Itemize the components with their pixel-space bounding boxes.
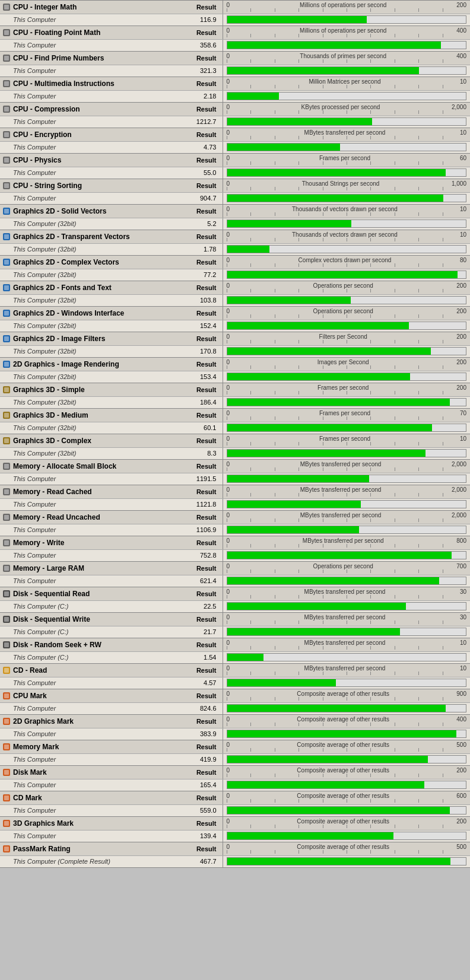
chart-label: Frames per second bbox=[230, 435, 460, 442]
benchmark-title: Memory - Allocate Small Block bbox=[13, 462, 116, 470]
result-value: 139.4 bbox=[200, 832, 220, 839]
chart-label: Complex vectors drawn per second bbox=[230, 257, 460, 263]
tick-line bbox=[227, 59, 467, 63]
bar-container bbox=[227, 679, 467, 687]
benchmark-header-mark-cpu: CPU Mark Result 0 Composite average of o… bbox=[0, 689, 470, 703]
tick-line bbox=[227, 161, 467, 165]
tick-line bbox=[227, 8, 467, 12]
chart-label-area: 0 MBytes transferred per second 10 bbox=[227, 665, 467, 672]
benchmark-title: Graphics 2D - Complex Vectors bbox=[13, 258, 119, 266]
bar-container bbox=[227, 653, 467, 661]
svg-rect-45 bbox=[4, 566, 9, 571]
bar-container bbox=[227, 41, 467, 49]
computer-name: This Computer bbox=[13, 781, 56, 788]
bar-container bbox=[227, 755, 467, 763]
tick-line bbox=[227, 621, 467, 624]
svg-rect-51 bbox=[4, 642, 9, 647]
benchmark-row-mark-3d: This Computer 139.4 bbox=[0, 831, 470, 842]
cd-icon bbox=[2, 666, 11, 674]
result-value: 153.4 bbox=[200, 373, 220, 380]
computer-name: This Computer bbox=[13, 93, 56, 100]
result-label: Result bbox=[196, 437, 220, 444]
computer-name: This Computer (32bit) bbox=[13, 424, 76, 431]
result-label: Result bbox=[196, 667, 220, 674]
gfx2d-icon bbox=[2, 360, 11, 368]
tick-line bbox=[227, 467, 467, 471]
mem-icon bbox=[2, 539, 11, 547]
tick-line bbox=[227, 110, 467, 114]
benchmark-row-mark-cpu: This Computer 824.6 bbox=[0, 703, 470, 715]
gfx2d-icon bbox=[2, 233, 11, 241]
chart-label: MBytes transferred per second bbox=[230, 588, 460, 595]
benchmark-row-cd-read: This Computer 4.57 bbox=[0, 677, 470, 689]
computer-name: This Computer bbox=[13, 832, 56, 839]
bar-container bbox=[227, 347, 467, 355]
benchmark-row-g2d-imgrender: This Computer (32bit) 153.4 bbox=[0, 371, 470, 383]
benchmark-title: 2D Graphics Mark bbox=[13, 717, 74, 726]
gfx2d-icon bbox=[2, 284, 11, 292]
benchmark-title: CPU - Encryption bbox=[13, 131, 72, 139]
chart-label-area: 0 Frames per second 10 bbox=[227, 435, 467, 442]
bar-fill bbox=[227, 526, 360, 533]
result-label: Result bbox=[196, 335, 220, 342]
benchmark-row-cpu-prime: This Computer 321.3 bbox=[0, 65, 470, 77]
result-label: Result bbox=[196, 463, 220, 470]
max-label: 200 bbox=[456, 359, 466, 365]
tick-line bbox=[227, 774, 467, 777]
svg-rect-37 bbox=[4, 464, 9, 469]
svg-rect-41 bbox=[4, 515, 9, 520]
svg-rect-65 bbox=[4, 821, 9, 826]
computer-name: This Computer (32bit) bbox=[13, 246, 76, 253]
benchmark-row-disk-random: This Computer (C:) 1.54 bbox=[0, 652, 470, 664]
result-label: Result bbox=[196, 29, 220, 36]
benchmark-row-g2d-fonts: This Computer (32bit) 103.8 bbox=[0, 295, 470, 307]
chart-label-area: 0 Frames per second 200 bbox=[227, 384, 467, 391]
bar-fill bbox=[227, 552, 452, 559]
chart-label: Frames per second bbox=[230, 384, 456, 391]
benchmark-header-mark-2d: 2D Graphics Mark Result 0 Composite aver… bbox=[0, 715, 470, 728]
chart-label-area: 0 Operations per second 700 bbox=[227, 563, 467, 569]
bar-container bbox=[227, 500, 467, 508]
cpu-icon bbox=[2, 182, 11, 190]
tick-line bbox=[227, 723, 467, 726]
bar-fill bbox=[227, 169, 446, 176]
disk-icon bbox=[2, 615, 11, 623]
max-label: 30 bbox=[460, 614, 466, 621]
chart-label-area: 0 Composite average of other results 500 bbox=[227, 742, 467, 748]
benchmark-header-mark-disk: Disk Mark Result 0 Composite average of … bbox=[0, 766, 470, 779]
max-label: 200 bbox=[456, 333, 466, 340]
svg-rect-9 bbox=[4, 107, 9, 112]
disk-icon bbox=[2, 641, 11, 649]
result-label: Result bbox=[196, 80, 220, 87]
tick-line bbox=[227, 569, 467, 573]
svg-rect-55 bbox=[4, 693, 9, 698]
chart-label: Millions of operations per second bbox=[230, 2, 456, 8]
bar-fill bbox=[227, 832, 394, 839]
benchmark-header-cpu-int: CPU - Integer Math Result 0 Millions of … bbox=[0, 1, 470, 14]
result-value: 55.0 bbox=[204, 169, 220, 176]
chart-label-area: 0 Composite average of other results 900 bbox=[227, 691, 467, 697]
tick-line bbox=[227, 365, 467, 369]
computer-name: This Computer bbox=[13, 501, 56, 508]
computer-name: This Computer bbox=[13, 807, 56, 814]
gfx2d-icon bbox=[2, 258, 11, 266]
result-label: Result bbox=[196, 310, 220, 317]
max-label: 10 bbox=[460, 665, 466, 672]
result-label: Result bbox=[196, 208, 220, 215]
max-label: 200 bbox=[456, 2, 466, 8]
benchmark-row-cpu-fp: This Computer 358.6 bbox=[0, 40, 470, 52]
bar-container bbox=[227, 602, 467, 610]
max-label: 1,000 bbox=[452, 180, 466, 187]
chart-label: Operations per second bbox=[230, 308, 456, 314]
mark-icon bbox=[2, 794, 11, 802]
max-label: 200 bbox=[456, 308, 466, 314]
result-value: 467.7 bbox=[200, 858, 220, 865]
tick-line bbox=[227, 289, 467, 292]
benchmark-row-g2d-imgfilter: This Computer (32bit) 170.8 bbox=[0, 346, 470, 358]
tick-line bbox=[227, 697, 467, 701]
result-label: Result bbox=[196, 692, 220, 699]
chart-label-area: 0 MBytes transferred per second 2,000 bbox=[227, 461, 467, 467]
cpu-icon bbox=[2, 28, 11, 37]
benchmark-row-mem-write: This Computer 752.8 bbox=[0, 550, 470, 562]
bar-fill bbox=[227, 16, 367, 23]
